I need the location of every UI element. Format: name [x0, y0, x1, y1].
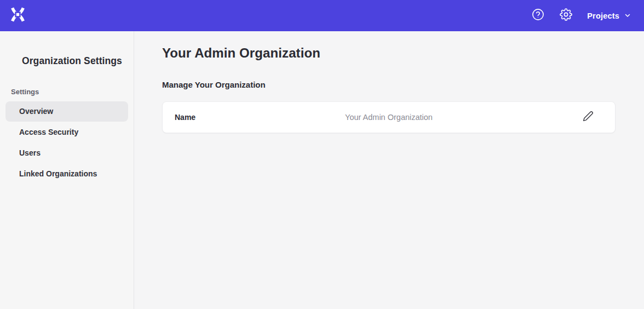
x-brand-icon: [10, 7, 26, 25]
page-body: Organization Settings Settings Overview …: [0, 31, 644, 309]
pencil-icon: [583, 111, 594, 124]
projects-dropdown[interactable]: Projects: [587, 12, 631, 20]
settings-button[interactable]: [559, 9, 572, 22]
sidebar-item-access-security[interactable]: Access Security: [5, 122, 128, 142]
projects-dropdown-label: Projects: [587, 12, 619, 20]
sidebar-section-label: Settings: [11, 88, 134, 96]
sidebar-item-users[interactable]: Users: [5, 143, 128, 163]
app-logo[interactable]: [10, 7, 26, 25]
gear-icon: [560, 8, 572, 23]
edit-name-button[interactable]: [582, 111, 594, 123]
topbar-actions: Projects: [531, 9, 631, 22]
help-button[interactable]: [531, 9, 544, 22]
section-title: Manage Your Organization: [162, 80, 616, 89]
sidebar-item-overview[interactable]: Overview: [5, 101, 128, 122]
sidebar-title: Organization Settings: [0, 55, 134, 67]
chevron-down-icon: [624, 12, 631, 20]
sidebar: Organization Settings Settings Overview …: [0, 31, 134, 309]
sidebar-nav: Overview Access Security Users Linked Or…: [0, 101, 134, 184]
question-mark-circle-icon: [532, 8, 544, 23]
sidebar-item-linked-organizations[interactable]: Linked Organizations: [5, 164, 128, 184]
organization-name-value: Your Admin Organization: [163, 113, 615, 122]
main-content: Your Admin Organization Manage Your Orga…: [134, 31, 644, 309]
name-field-label: Name: [175, 113, 196, 122]
page-title: Your Admin Organization: [162, 45, 616, 61]
organization-name-card: Name Your Admin Organization: [162, 101, 616, 133]
topbar: Projects: [0, 0, 644, 31]
